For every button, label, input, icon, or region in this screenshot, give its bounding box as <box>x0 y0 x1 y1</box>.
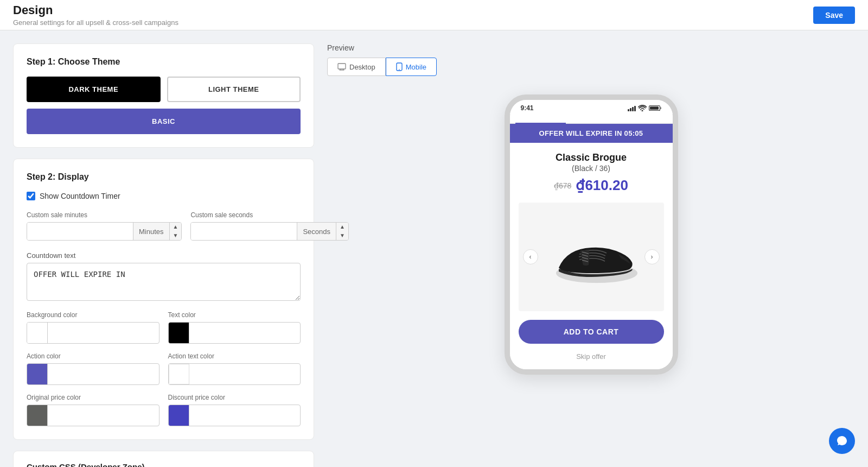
original-price-color-input-wrapper: #5F605D <box>27 405 159 426</box>
phone-frame: 9:41 <box>505 94 678 375</box>
timer-inputs-row: Custom sale minutes 5 Minutes ▲ ▼ Custom… <box>27 211 301 241</box>
action-color-label: Action color <box>27 352 159 360</box>
action-text-color-field[interactable]: #FFFFFF <box>189 366 301 383</box>
minutes-unit: Minutes <box>133 223 169 240</box>
original-price: ₫678 <box>554 181 571 190</box>
product-shoe-image <box>542 227 640 287</box>
left-panel: Step 1: Choose Theme DARK THEME LIGHT TH… <box>13 43 314 467</box>
countdown-text-input[interactable]: OFFER WILL EXPIRE IN <box>27 263 301 301</box>
product-image-area: ‹ <box>519 203 664 311</box>
svg-point-5 <box>399 69 400 70</box>
add-to-cart-button[interactable]: ADD TO CART <box>519 320 664 344</box>
minutes-up-button[interactable]: ▲ <box>170 223 182 231</box>
save-button[interactable]: Save <box>813 7 855 24</box>
basic-theme-button[interactable]: BASIC <box>27 109 301 134</box>
text-color-group: Text color #000000 <box>168 311 301 344</box>
bg-color-field[interactable]: #FFFFFF <box>48 325 159 342</box>
skip-offer-button[interactable]: Skip offer <box>510 352 673 369</box>
bg-color-label: Background color <box>27 311 159 319</box>
step2-card: Step 2: Display Show Countdown Timer Cus… <box>13 159 314 440</box>
minutes-down-button[interactable]: ▼ <box>170 231 182 240</box>
header-title-section: Design General settings for all upsell &… <box>13 3 178 27</box>
minutes-label: Custom sale minutes <box>27 211 182 219</box>
price-row: ₫678 ₫610.20 <box>519 177 664 194</box>
action-text-color-swatch[interactable] <box>169 364 189 384</box>
battery-icon <box>649 105 662 111</box>
discount-price: ₫610.20 <box>576 177 628 194</box>
product-variant: (Black / 36) <box>519 164 664 173</box>
minutes-spinner: ▲ ▼ <box>169 223 182 240</box>
show-countdown-label: Show Countdown Timer <box>40 192 120 200</box>
seconds-input[interactable]: 5 <box>191 223 297 240</box>
action-text-color-input-wrapper: #FFFFFF <box>168 363 301 385</box>
minutes-input-wrapper: 5 Minutes ▲ ▼ <box>27 222 182 241</box>
carousel-left-arrow[interactable]: ‹ <box>523 249 538 264</box>
phone-content: OFFER WILL EXPIRE IN 05:05 Classic Brogu… <box>510 124 673 369</box>
countdown-text-label: Countdown text <box>27 251 301 260</box>
carousel-right-arrow[interactable]: › <box>644 249 660 264</box>
show-countdown-checkbox[interactable] <box>27 192 35 200</box>
status-icons <box>628 105 662 111</box>
phone-tab-3[interactable] <box>616 114 667 124</box>
original-price-color-swatch[interactable] <box>27 405 48 426</box>
preview-label: Preview <box>327 43 855 52</box>
minutes-input-group: Custom sale minutes 5 Minutes ▲ ▼ <box>27 211 182 241</box>
desktop-tab-label: Desktop <box>349 63 375 71</box>
page-title: Design <box>13 3 178 17</box>
theme-buttons: DARK THEME LIGHT THEME <box>27 77 301 102</box>
page-subtitle: General settings for all upsell & cross-… <box>13 18 178 27</box>
bg-color-input-wrapper: #FFFFFF <box>27 322 159 344</box>
action-color-input-wrapper: #5755b8 <box>27 363 159 385</box>
bg-color-swatch[interactable] <box>27 323 48 343</box>
phone-tabs <box>510 114 673 124</box>
custom-css-card: Custom CSS (Developer Zone) <box>13 451 314 467</box>
seconds-input-wrapper: 5 Seconds ▲ ▼ <box>190 222 349 241</box>
phone-tab-2[interactable] <box>566 114 616 124</box>
product-info: Classic Brogue (Black / 36) ₫678 ₫610.20 <box>510 143 673 203</box>
desktop-icon <box>337 63 346 71</box>
bg-text-color-row: Background color #FFFFFF Text color #000… <box>27 311 301 344</box>
tab-mobile[interactable]: Mobile <box>386 58 437 76</box>
bg-color-group: Background color #FFFFFF <box>27 311 159 344</box>
preview-tabs: Desktop Mobile <box>327 58 855 76</box>
wifi-icon <box>638 105 647 111</box>
dark-theme-button[interactable]: DARK THEME <box>27 77 161 102</box>
step1-card: Step 1: Choose Theme DARK THEME LIGHT TH… <box>13 43 314 148</box>
seconds-label: Custom sale seconds <box>190 211 349 219</box>
product-name: Classic Brogue <box>519 152 664 164</box>
header: Design General settings for all upsell &… <box>0 0 868 30</box>
mobile-tab-label: Mobile <box>406 63 426 71</box>
offer-banner: OFFER WILL EXPIRE IN 05:05 <box>510 124 673 143</box>
text-color-label: Text color <box>168 311 301 319</box>
phone-status-bar: 9:41 <box>510 100 673 114</box>
text-color-field[interactable]: #000000 <box>189 325 301 342</box>
signal-bars-icon <box>628 105 636 111</box>
phone-tab-1[interactable] <box>515 114 566 124</box>
right-panel: Preview Desktop Mobile <box>327 43 855 467</box>
main-container: Step 1: Choose Theme DARK THEME LIGHT TH… <box>0 30 868 467</box>
step2-title: Step 2: Display <box>27 172 301 182</box>
minutes-input[interactable]: 5 <box>27 223 133 240</box>
action-text-color-label: Action text color <box>168 352 301 360</box>
custom-css-title: Custom CSS (Developer Zone) <box>27 462 301 467</box>
discount-price-color-group: Discount price color #4542be <box>168 394 301 426</box>
action-color-group: Action color #5755b8 <box>27 352 159 385</box>
action-color-row: Action color #5755b8 Action text color #… <box>27 352 301 385</box>
price-color-row: Original price color #5F605D Discount pr… <box>27 394 301 426</box>
original-price-color-field[interactable]: #5F605D <box>48 407 159 424</box>
action-color-field[interactable]: #5755b8 <box>48 366 159 383</box>
tab-desktop[interactable]: Desktop <box>327 58 386 76</box>
phone-time: 9:41 <box>521 104 534 112</box>
discount-price-color-field[interactable]: #4542be <box>189 407 301 424</box>
discount-price-color-input-wrapper: #4542be <box>168 405 301 426</box>
light-theme-button[interactable]: LIGHT THEME <box>167 77 301 102</box>
text-color-input-wrapper: #000000 <box>168 322 301 344</box>
chat-bubble-button[interactable] <box>829 428 855 454</box>
action-color-swatch[interactable] <box>27 364 48 384</box>
original-price-color-label: Original price color <box>27 394 159 401</box>
discount-price-color-swatch[interactable] <box>169 405 189 426</box>
discount-price-color-label: Discount price color <box>168 394 301 401</box>
mobile-icon <box>396 62 403 71</box>
preview-area: 9:41 <box>327 89 855 375</box>
text-color-swatch[interactable] <box>169 323 189 343</box>
